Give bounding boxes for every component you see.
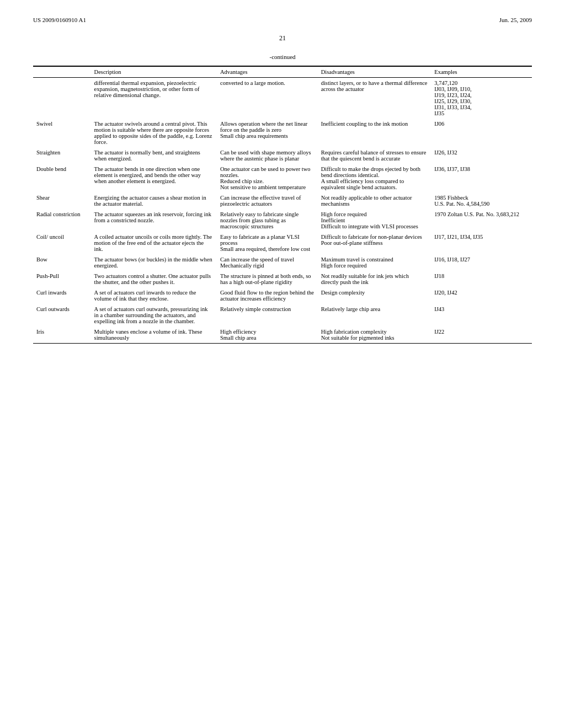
table-row: Double bendThe actuator bends in one dir… — [33, 164, 532, 192]
cell-type: Bow — [33, 254, 91, 271]
cell-type: Double bend — [33, 164, 91, 192]
cell-type: Radial constriction — [33, 209, 91, 232]
cell-type: Straighten — [33, 147, 91, 164]
cell-examples: IJ06 — [431, 119, 532, 147]
cell-description: differential thermal expansion, piezoele… — [91, 78, 217, 119]
cell-advantages: The structure is pinned at both ends, so… — [217, 271, 318, 287]
col-examples: Examples — [431, 66, 532, 78]
col-description: Description — [91, 66, 217, 78]
cell-advantages: converted to a large motion. — [217, 78, 318, 119]
cell-disadvantages: distinct layers, or to have a thermal di… — [318, 78, 431, 119]
cell-description: Multiple vanes enclose a volume of ink. … — [91, 326, 217, 344]
table-row: Push-PullTwo actuators control a shutter… — [33, 271, 532, 287]
cell-description: The actuator squeezes an ink reservoir, … — [91, 209, 217, 232]
cell-type: Shear — [33, 192, 91, 209]
page-number: 21 — [33, 34, 532, 42]
table-row: Curl outwardsA set of actuators curl out… — [33, 304, 532, 326]
cell-description: The actuator swivels around a central pi… — [91, 119, 217, 147]
patent-date: Jun. 25, 2009 — [499, 17, 532, 23]
cell-examples: IJ26, IJ32 — [431, 147, 532, 164]
table-row: SwivelThe actuator swivels around a cent… — [33, 119, 532, 147]
main-table: Description Advantages Disadvantages Exa… — [33, 66, 532, 344]
cell-description: Energizing the actuator causes a shear m… — [91, 192, 217, 209]
cell-description: A set of actuators curl inwards to reduc… — [91, 287, 217, 304]
cell-advantages: Allows operation where the net linear fo… — [217, 119, 318, 147]
cell-disadvantages: Design complexity — [318, 287, 431, 304]
cell-advantages: High efficiencySmall chip area — [217, 326, 318, 344]
table-row: Coil/ uncoilA coiled actuator uncoils or… — [33, 232, 532, 254]
cell-type: Curl inwards — [33, 287, 91, 304]
cell-type — [33, 78, 91, 119]
continued-label: -continued — [33, 53, 532, 60]
cell-type: Swivel — [33, 119, 91, 147]
cell-disadvantages: Not readily suitable for ink jets which … — [318, 271, 431, 287]
table-header-row: Description Advantages Disadvantages Exa… — [33, 66, 532, 78]
cell-advantages: Easy to fabricate as a planar VLSI proce… — [217, 232, 318, 254]
cell-advantages: Can increase the effective travel of pie… — [217, 192, 318, 209]
col-advantages: Advantages — [217, 66, 318, 78]
table-row: BowThe actuator bows (or buckles) in the… — [33, 254, 532, 271]
cell-examples: IJ16, IJ18, IJ27 — [431, 254, 532, 271]
table-row: StraightenThe actuator is normally bent,… — [33, 147, 532, 164]
cell-examples: IJ22 — [431, 326, 532, 344]
cell-disadvantages: Requires careful balance of stresses to … — [318, 147, 431, 164]
cell-advantages: Good fluid flow to the region behind the… — [217, 287, 318, 304]
cell-disadvantages: Not readily applicable to other actuator… — [318, 192, 431, 209]
table-row: Radial constrictionThe actuator squeezes… — [33, 209, 532, 232]
cell-type: Push-Pull — [33, 271, 91, 287]
table-row: Curl inwardsA set of actuators curl inwa… — [33, 287, 532, 304]
cell-description: A set of actuators curl outwards, pressu… — [91, 304, 217, 326]
page-header: US 2009/0160910 A1 Jun. 25, 2009 — [33, 17, 532, 23]
cell-description: The actuator bows (or buckles) in the mi… — [91, 254, 217, 271]
col-type — [33, 66, 91, 78]
cell-examples: 3,747,120IJ03, IJ09, IJ10,IJ19, IJ23, IJ… — [431, 78, 532, 119]
cell-disadvantages: High force requiredInefficientDifficult … — [318, 209, 431, 232]
cell-description: The actuator is normally bent, and strai… — [91, 147, 217, 164]
cell-examples: IJ43 — [431, 304, 532, 326]
cell-disadvantages: Relatively large chip area — [318, 304, 431, 326]
cell-disadvantages: Difficult to make the drops ejected by b… — [318, 164, 431, 192]
cell-advantages: Relatively simple construction — [217, 304, 318, 326]
cell-advantages: Can increase the speed of travelMechanic… — [217, 254, 318, 271]
cell-examples: IJ20, IJ42 — [431, 287, 532, 304]
cell-description: The actuator bends in one direction when… — [91, 164, 217, 192]
cell-description: Two actuators control a shutter. One act… — [91, 271, 217, 287]
cell-examples: IJ17, IJ21, IJ34, IJ35 — [431, 232, 532, 254]
col-disadvantages: Disadvantages — [318, 66, 431, 78]
table-row: IrisMultiple vanes enclose a volume of i… — [33, 326, 532, 344]
table-row: differential thermal expansion, piezoele… — [33, 78, 532, 119]
cell-advantages: Relatively easy to fabricate single nozz… — [217, 209, 318, 232]
cell-disadvantages: Difficult to fabricate for non-planar de… — [318, 232, 431, 254]
cell-type: Iris — [33, 326, 91, 344]
cell-advantages: One actuator can be used to power two no… — [217, 164, 318, 192]
cell-examples: IJ18 — [431, 271, 532, 287]
cell-disadvantages: Maximum travel is constrainedHigh force … — [318, 254, 431, 271]
cell-type: Curl outwards — [33, 304, 91, 326]
cell-advantages: Can be used with shape memory alloys whe… — [217, 147, 318, 164]
cell-examples: 1985 FishbeckU.S. Pat. No. 4,584,590 — [431, 192, 532, 209]
cell-examples: IJ36, IJ37, IJ38 — [431, 164, 532, 192]
cell-examples: 1970 Zoltan U.S. Pat. No. 3,683,212 — [431, 209, 532, 232]
patent-number: US 2009/0160910 A1 — [33, 17, 86, 23]
cell-disadvantages: High fabrication complexityNot suitable … — [318, 326, 431, 344]
cell-description: A coiled actuator uncoils or coils more … — [91, 232, 217, 254]
table-row: ShearEnergizing the actuator causes a sh… — [33, 192, 532, 209]
cell-disadvantages: Inefficient coupling to the ink motion — [318, 119, 431, 147]
cell-type: Coil/ uncoil — [33, 232, 91, 254]
